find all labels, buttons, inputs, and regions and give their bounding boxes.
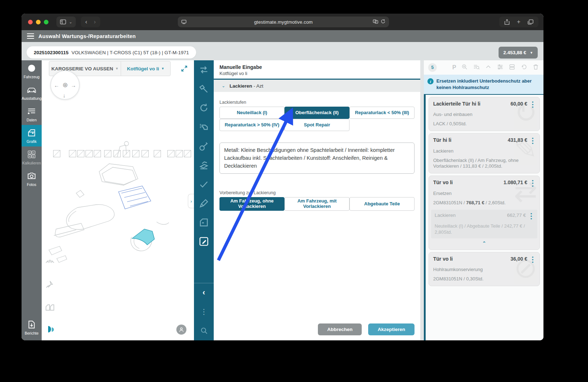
translate-icon[interactable] bbox=[373, 19, 378, 25]
positions-list: ↻ Lackierteile Tür hi li 60,00 € ••• Aus… bbox=[424, 94, 543, 340]
menu-icon[interactable] bbox=[27, 33, 34, 39]
zoom-window-button[interactable] bbox=[44, 20, 48, 24]
total-amount-dropdown[interactable]: 2.453,88 € ▼ bbox=[499, 47, 538, 59]
panel-expand-tab[interactable]: › bbox=[188, 194, 194, 208]
level-reparaturlack-ueber-50[interactable]: Reparaturlack > 50% (IV) bbox=[219, 119, 284, 131]
manual-entry-button[interactable] bbox=[194, 232, 214, 251]
measure-operation-button[interactable] bbox=[194, 194, 214, 213]
forward-button[interactable]: › bbox=[94, 18, 96, 25]
position-card[interactable]: ✎ Tür hi li 431,83 € ••• Lackieren Oberf… bbox=[429, 133, 540, 173]
level-spot-repair[interactable]: Spot Repair bbox=[284, 119, 349, 131]
editor-header: Manuelle Eingabe Kotflügel vo li bbox=[214, 60, 420, 80]
sidebar-item-berichte[interactable]: Berichte bbox=[22, 317, 42, 338]
close-window-button[interactable] bbox=[28, 20, 33, 24]
confirm-operation-button[interactable] bbox=[194, 175, 214, 194]
more-options-button[interactable]: ⋮ bbox=[194, 302, 214, 321]
chevron-up-icon[interactable] bbox=[485, 64, 492, 72]
doors-icon[interactable] bbox=[45, 303, 55, 312]
url-text: gtestimate.mygtmotive.com bbox=[198, 19, 369, 25]
rotate-left-icon[interactable]: ← bbox=[54, 82, 59, 88]
rotate-right-icon[interactable]: → bbox=[71, 82, 76, 88]
fullscreen-icon[interactable] bbox=[181, 65, 187, 73]
sidebar-item-daten[interactable]: Daten bbox=[22, 103, 42, 125]
level-neuteillack[interactable]: Neuteillack (I) bbox=[219, 107, 284, 119]
spray-gun-icon bbox=[199, 122, 209, 132]
view-navigator[interactable]: ← → ↓ ◎ bbox=[50, 70, 80, 100]
repair-operation-button[interactable] bbox=[194, 79, 214, 98]
accept-button[interactable]: Akzeptieren bbox=[368, 323, 415, 335]
svg-text:i: i bbox=[31, 65, 32, 71]
prep-options: Am Fahrzeug, ohne Vorlackieren Am Fahrze… bbox=[219, 197, 415, 211]
polish-operation-button[interactable] bbox=[194, 137, 214, 156]
level-reparaturlack-unter-50[interactable]: Reparaturlack < 50% (III) bbox=[349, 107, 415, 119]
center-view-icon[interactable]: ◎ bbox=[63, 81, 68, 88]
undo-icon[interactable] bbox=[520, 64, 527, 72]
address-bar[interactable]: gtestimate.mygtmotive.com bbox=[178, 17, 389, 27]
total-amount: 2.453,88 € bbox=[503, 50, 526, 55]
exploded-parts-diagram[interactable] bbox=[42, 103, 194, 276]
prep-am-fahrzeug-mit[interactable]: Am Fahrzeug, mit Vorlackieren bbox=[284, 197, 349, 211]
layers-icon[interactable] bbox=[509, 64, 515, 72]
wiper-icon[interactable] bbox=[45, 257, 55, 266]
info-icon: i bbox=[427, 78, 434, 84]
new-tab-icon[interactable]: + bbox=[517, 18, 520, 25]
panel-operation-button[interactable] bbox=[194, 213, 214, 232]
position-card[interactable]: ⇄ Tür vo li 1.080,71 € ••• Ersetzen 2GM8… bbox=[429, 176, 540, 250]
price-icon[interactable]: P bbox=[452, 64, 456, 71]
manual-entry-panel: Manuelle Eingabe Kotflügel vo li ⌄ Lacki… bbox=[214, 60, 420, 340]
graphic-options bbox=[45, 257, 55, 312]
collapse-card-icon[interactable]: ⌃ bbox=[433, 241, 535, 246]
trash-icon[interactable] bbox=[532, 64, 539, 72]
sidebar-toggle-icon[interactable] bbox=[60, 19, 66, 24]
tab-overview-icon[interactable] bbox=[528, 19, 533, 25]
user-avatar[interactable] bbox=[176, 325, 186, 335]
prep-label: Vorbereitung zur Lackierung bbox=[219, 190, 415, 195]
sidebar-chevron-icon[interactable]: ⌄ bbox=[69, 20, 72, 24]
page-title: Auswahl Wartungs-/Reparaturarbeiten bbox=[38, 33, 136, 39]
traffic-lights bbox=[28, 20, 48, 24]
part-dropdown[interactable]: Kotflügel vo li ▼ bbox=[121, 61, 170, 76]
section-lackieren[interactable]: ⌄ Lackieren - Azt bbox=[214, 80, 420, 92]
selected-part-fender[interactable] bbox=[132, 229, 154, 245]
job-pill[interactable]: 2025102300115 VOLKSWAGEN | T-CROSS (C1) … bbox=[27, 46, 196, 59]
browser-window: ⌄ ‹ › gtestimate.mygtmotive.com bbox=[22, 14, 543, 340]
search-settings-icon[interactable] bbox=[461, 64, 468, 72]
position-card[interactable]: ↻ Lackierteile Tür hi li 60,00 € ••• Aus… bbox=[429, 97, 540, 131]
filter-sliders-icon[interactable] bbox=[497, 64, 504, 72]
minimize-window-button[interactable] bbox=[36, 20, 41, 24]
search-icon bbox=[200, 327, 208, 335]
info-icon: i bbox=[26, 64, 37, 73]
cancel-button[interactable]: Abbrechen bbox=[318, 323, 362, 335]
collapse-panel-button[interactable]: ‹ bbox=[194, 283, 214, 302]
linked-sub-position[interactable]: Lackieren 662,77 € ••• Neuteillack (I) /… bbox=[431, 210, 537, 238]
reload-icon[interactable] bbox=[381, 19, 385, 25]
paint-operation-button[interactable] bbox=[194, 117, 214, 136]
sidebar-item-fahrzeug[interactable]: i Fahrzeug bbox=[22, 60, 42, 82]
level-oberflaechenlack[interactable]: Oberflächenlack (II) bbox=[284, 107, 349, 119]
replace-operation-button[interactable] bbox=[194, 60, 214, 79]
hammer-icon bbox=[199, 84, 209, 94]
share-icon[interactable] bbox=[504, 19, 510, 25]
kebab-menu-icon[interactable]: ••• bbox=[529, 213, 534, 220]
dent-repair-operation-button[interactable] bbox=[194, 156, 214, 175]
list-icon bbox=[26, 107, 37, 116]
search-operations-button[interactable] bbox=[194, 321, 214, 340]
back-button[interactable]: ‹ bbox=[85, 18, 87, 25]
prep-am-fahrzeug-ohne[interactable]: Am Fahrzeug, ohne Vorlackieren bbox=[219, 197, 284, 211]
position-card[interactable]: ⊘ Tür vo li 36,00 € ••• Hohlraumkonservi… bbox=[429, 252, 540, 286]
kebab-icon: ⋮ bbox=[200, 307, 208, 316]
sidebar-item-grafik[interactable]: Grafik bbox=[22, 125, 42, 146]
overhaul-operation-button[interactable] bbox=[194, 98, 214, 117]
car-icon bbox=[26, 85, 37, 94]
rotate-icon bbox=[199, 103, 209, 113]
sidebar-item-ausstattung[interactable]: Ausstattung bbox=[22, 82, 42, 103]
sidebar-item-fotos[interactable]: Fotos bbox=[22, 168, 42, 190]
info-text: Ersetzen inkludiert Unterbodenschutz abe… bbox=[436, 78, 539, 90]
list-search-icon[interactable] bbox=[473, 64, 480, 72]
vehicle-description: VOLKSWAGEN | T-CROSS (C1) 5T (18-) | GT-… bbox=[71, 50, 189, 55]
pin-icon[interactable] bbox=[45, 280, 55, 289]
chevron-down-icon: ▼ bbox=[161, 67, 165, 70]
door-panel-icon bbox=[199, 217, 209, 228]
rotate-down-icon[interactable]: ↓ bbox=[63, 92, 66, 98]
prep-abgebaute-teile[interactable]: Abgebaute Teile bbox=[349, 197, 415, 211]
